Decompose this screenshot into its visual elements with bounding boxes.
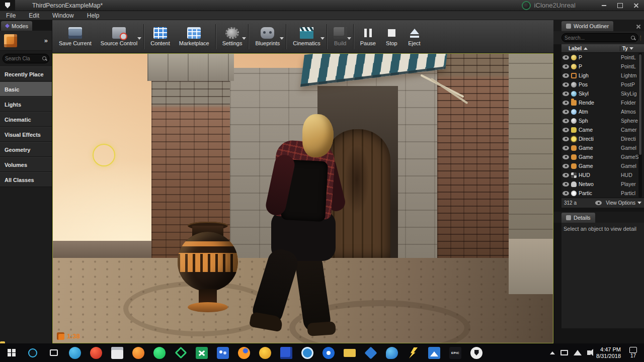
visibility-eye-icon[interactable] — [562, 110, 569, 114]
outliner-row[interactable]: AtmAtmos — [561, 107, 644, 116]
outliner-row[interactable]: CameCamer — [561, 125, 644, 134]
column-header-label[interactable]: Label — [561, 46, 620, 51]
outliner-row[interactable]: PosPostP — [561, 80, 644, 89]
tab-details[interactable]: Details — [561, 213, 595, 223]
visibility-eye-icon[interactable] — [562, 55, 569, 60]
pin-icon[interactable] — [640, 35, 641, 41]
outliner-row[interactable]: GameGameS — [561, 152, 644, 161]
column-header-type[interactable]: Ty — [620, 46, 644, 51]
modes-item-geometry[interactable]: Geometry — [0, 142, 52, 157]
excel-icon[interactable] — [191, 343, 212, 362]
app-orange-round-icon[interactable] — [128, 343, 149, 362]
outliner-row[interactable]: PPointL — [561, 53, 644, 62]
outliner-scrollbar[interactable] — [638, 53, 642, 198]
app-red-round-icon[interactable] — [86, 343, 107, 362]
minimize-button[interactable] — [596, 0, 612, 11]
taskbar-clock[interactable]: 4:47 PM 8/31/2018 — [596, 346, 621, 359]
visibility-eye-icon[interactable] — [562, 64, 569, 69]
visibility-eye-icon[interactable] — [562, 128, 569, 132]
cortana-search-icon[interactable] — [22, 343, 43, 362]
people-blue-icon[interactable] — [212, 343, 233, 362]
modes-search-input[interactable] — [5, 56, 42, 61]
outliner-row[interactable]: DirectiDirecti — [561, 134, 644, 143]
source-control-button[interactable]: Source Control — [96, 22, 142, 52]
outliner-row[interactable]: PPointL — [561, 62, 644, 71]
lightning-icon[interactable] — [403, 343, 424, 362]
chevron-down-icon[interactable] — [320, 37, 325, 40]
edge-icon[interactable] — [381, 343, 403, 362]
modes-item-cinematic[interactable]: Cinematic — [0, 112, 52, 127]
action-center[interactable]: 17 — [626, 347, 640, 358]
photos-icon[interactable] — [424, 343, 445, 362]
outliner-row[interactable]: SkylSkyLig — [561, 89, 644, 98]
folder-yellow-icon[interactable] — [339, 343, 360, 362]
windows-start-icon[interactable] — [1, 343, 22, 362]
expand-chevron-icon[interactable]: » — [44, 37, 48, 44]
app-blue-square-icon[interactable] — [276, 343, 297, 362]
network-icon[interactable] — [574, 350, 582, 355]
pause-button[interactable]: Pause — [356, 22, 380, 52]
app-green-round-icon[interactable] — [149, 343, 170, 362]
visibility-eye-icon[interactable] — [562, 73, 569, 78]
menu-help[interactable]: Help — [87, 12, 100, 19]
place-mode-cube-icon[interactable] — [4, 34, 17, 47]
pc-display-icon[interactable] — [560, 350, 568, 355]
outliner-row[interactable]: SphSphere — [561, 116, 644, 125]
volume-icon[interactable] — [587, 350, 591, 355]
visibility-eye-icon[interactable] — [562, 146, 569, 150]
close-button[interactable] — [628, 0, 644, 11]
app-gold-round-icon[interactable] — [255, 343, 276, 362]
save-current-button[interactable]: Save Current — [54, 22, 96, 52]
unreal-engine-icon[interactable] — [466, 343, 487, 362]
modes-item-basic[interactable]: Basic — [0, 81, 52, 97]
camera-blue-icon[interactable] — [297, 343, 318, 362]
visibility-eye-icon[interactable] — [562, 137, 569, 141]
modes-item-volumes[interactable]: Volumes — [0, 157, 52, 172]
app-blue-dot-icon[interactable] — [318, 343, 339, 362]
marketplace-button[interactable]: Marketplace — [175, 22, 214, 52]
visibility-eye-icon[interactable] — [562, 173, 569, 177]
outliner-row[interactable]: RendeFolder — [561, 98, 644, 107]
app-blue-round-icon[interactable] — [64, 343, 86, 362]
eject-button[interactable]: Eject — [403, 22, 426, 52]
visibility-eye-icon[interactable] — [562, 155, 569, 159]
scrollbar-thumb[interactable] — [639, 54, 641, 155]
close-icon[interactable] — [636, 24, 641, 29]
modes-item-recently-placed[interactable]: Recently Place — [0, 66, 52, 81]
chevron-down-icon[interactable] — [637, 202, 641, 204]
chevron-down-icon[interactable] — [280, 37, 284, 40]
maximize-button[interactable] — [612, 0, 628, 11]
game-viewport[interactable]: 1:38 — [52, 53, 553, 343]
view-options-button[interactable]: View Options — [606, 200, 635, 206]
chevron-down-icon[interactable] — [137, 37, 141, 40]
content-button[interactable]: Content — [146, 22, 175, 52]
outliner-row[interactable]: GameGamel — [561, 161, 644, 170]
hidden-icons-chevron-icon[interactable] — [550, 351, 555, 354]
menu-window[interactable]: Window — [52, 12, 74, 19]
outliner-row[interactable]: ParticParticl — [561, 189, 644, 198]
tab-modes[interactable]: Modes — [1, 21, 32, 31]
visibility-eye-icon[interactable] — [562, 92, 569, 96]
cinematics-button[interactable]: Cinematics — [288, 22, 325, 52]
dropbox-icon[interactable] — [360, 343, 381, 362]
task-view-icon[interactable] — [43, 343, 64, 362]
visibility-eye-icon[interactable] — [562, 164, 569, 168]
blueprints-button[interactable]: Blueprints — [251, 22, 284, 52]
outliner-row[interactable]: HUDHUD — [561, 170, 644, 179]
outliner-search-input[interactable] — [565, 35, 631, 41]
modes-item-visual-effects[interactable]: Visual Effects — [0, 127, 52, 142]
settings-button[interactable]: Settings — [218, 22, 247, 52]
visibility-eye-icon[interactable] — [562, 119, 569, 123]
visibility-eye-icon[interactable] — [562, 182, 569, 187]
modes-item-all-classes[interactable]: All Classes — [0, 172, 52, 187]
browser-orange-icon[interactable] — [233, 343, 255, 362]
epic-games-launcher-icon[interactable]: EPIC — [445, 343, 466, 362]
stop-button[interactable]: Stop — [380, 22, 403, 52]
menu-edit[interactable]: Edit — [29, 12, 39, 19]
filter-icon[interactable] — [629, 47, 633, 50]
outliner-row[interactable]: LighLightm — [561, 71, 644, 80]
menu-file[interactable]: File — [6, 12, 16, 19]
outliner-row[interactable]: GameGamel — [561, 143, 644, 152]
visibility-eye-icon[interactable] — [562, 82, 569, 87]
calculator-icon[interactable] — [107, 343, 128, 362]
